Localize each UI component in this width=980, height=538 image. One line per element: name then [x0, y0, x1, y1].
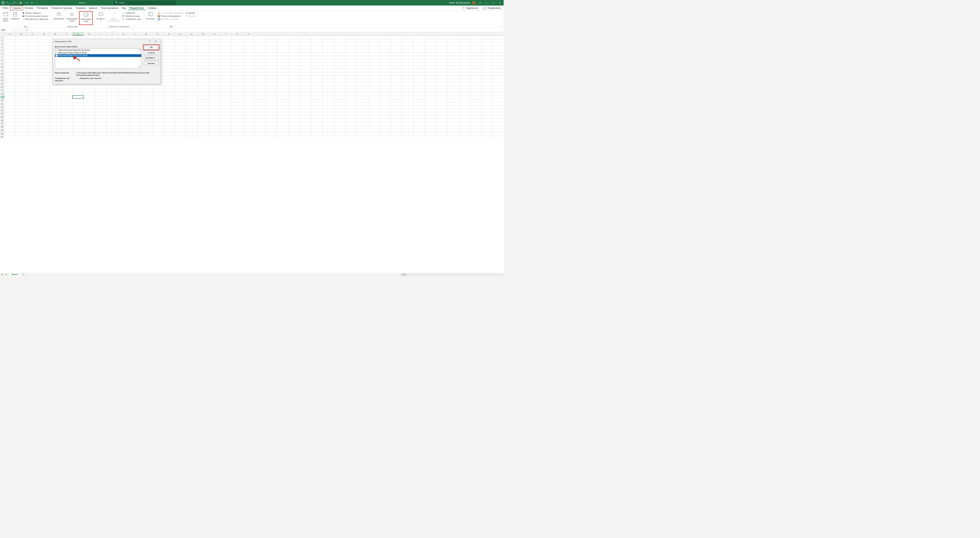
column-header[interactable]: I [95, 32, 107, 36]
column-header[interactable]: T [220, 32, 231, 36]
fx-icon[interactable]: fx [25, 29, 29, 31]
row-header[interactable]: 2 [0, 39, 4, 43]
row-header[interactable]: 20 [0, 98, 4, 102]
row-header[interactable]: 12 [0, 72, 4, 76]
scroll-up-icon[interactable]: ▲ [138, 49, 141, 51]
spreadsheet-grid[interactable]: ABCDEFGHIJKLMNOPQRSTUV 12345678910111213… [0, 32, 504, 272]
maximize-icon[interactable]: ▢ [491, 1, 495, 5]
selected-cell[interactable] [72, 95, 83, 98]
tab-insert[interactable]: Вставка [23, 6, 35, 10]
tab-formulas[interactable]: Формулы [74, 6, 87, 10]
tab-file[interactable]: Файл [1, 6, 10, 10]
close-icon[interactable]: ✕ [498, 1, 502, 5]
macro-security-button[interactable]: ▲Безопасность макросов [22, 17, 49, 20]
document-dropdown-icon[interactable]: ▾ [85, 2, 86, 4]
addins-listbox[interactable]: ▲ ▼ Microsoft Data Streamer for ExcelMic… [55, 48, 142, 69]
row-header[interactable]: 21 [0, 102, 4, 105]
row-header[interactable]: 31 [0, 135, 4, 139]
tab-home[interactable]: Главная [10, 5, 23, 10]
tab-developer[interactable]: Разработчик [127, 6, 145, 10]
search-box[interactable]: 🔍 Поиск [114, 1, 176, 5]
column-header[interactable]: L [129, 32, 140, 36]
column-header[interactable]: B [16, 32, 27, 36]
xml-map-props-button[interactable]: 📋Сопоставить свойства [157, 11, 183, 14]
qat-icon-1[interactable]: ▦ [19, 2, 22, 5]
row-header[interactable]: 9 [0, 62, 4, 66]
row-header[interactable]: 4 [0, 46, 4, 49]
user-name[interactable]: Ренат Шагабутдинов [450, 2, 469, 4]
document-title[interactable]: Отчет [79, 2, 84, 4]
addin-item[interactable]: ✓Microsoft Power Pivot for Excel [55, 54, 141, 57]
column-header[interactable]: Q [186, 32, 197, 36]
com-addins-button[interactable]: Надстройки COM [79, 11, 92, 25]
xml-export-button[interactable]: ⬆Экспорт [185, 14, 196, 17]
sheet-tab[interactable]: Sheet1 [9, 273, 21, 276]
checkbox[interactable]: ✓ [56, 54, 57, 56]
row-header[interactable]: 11 [0, 69, 4, 72]
row-header[interactable]: 28 [0, 125, 4, 129]
tab-draw[interactable]: Рисование [35, 6, 50, 10]
row-header[interactable]: 8 [0, 59, 4, 62]
row-header[interactable]: 22 [0, 105, 4, 109]
row-header[interactable]: 13 [0, 76, 4, 79]
row-header[interactable]: 14 [0, 79, 4, 82]
relative-refs-button[interactable]: ▦Относительные ссылки [22, 14, 49, 17]
column-header[interactable]: O [163, 32, 175, 36]
xml-expansion-button[interactable]: 📦Пакеты расширения [157, 14, 183, 17]
addins-button[interactable]: Надстройки [52, 11, 65, 25]
column-header[interactable]: R [197, 32, 208, 36]
row-header[interactable]: 1 [0, 36, 4, 39]
tab-view[interactable]: Вид [120, 6, 127, 10]
ok-button[interactable]: OK [144, 45, 159, 49]
column-header[interactable]: G [73, 32, 84, 36]
horizontal-scrollbar[interactable] [401, 273, 503, 275]
sheet-nav-prev-icon[interactable]: ◀ [0, 273, 5, 275]
row-header[interactable]: 5 [0, 49, 4, 52]
xml-source-button[interactable]: Источник [145, 11, 156, 25]
column-header[interactable]: P [175, 32, 186, 36]
properties-button[interactable]: 📄Свойства [122, 11, 142, 14]
row-header[interactable]: 29 [0, 129, 4, 132]
xml-import-button[interactable]: ⬇Импорт [185, 11, 196, 14]
row-header[interactable]: 17 [0, 89, 4, 92]
sheet-nav-next-icon[interactable]: ▶ [5, 273, 9, 275]
column-header[interactable]: K [118, 32, 129, 36]
row-header[interactable]: 18 [0, 92, 4, 95]
tab-help[interactable]: Справка [146, 6, 158, 10]
enter-formula-icon[interactable]: ✓ [22, 29, 24, 31]
addin-item[interactable]: Microsoft Power Map for Excel [55, 51, 141, 54]
user-avatar[interactable] [472, 1, 476, 5]
dialog-close-icon[interactable]: ✕ [153, 40, 159, 43]
tab-data[interactable]: Данные [88, 6, 99, 10]
collapse-ribbon-icon[interactable]: ︿ [500, 24, 502, 27]
formula-input[interactable] [29, 29, 504, 31]
undo-icon[interactable] [6, 2, 9, 5]
cancel-button[interactable]: Отмена [144, 51, 159, 55]
undo-dropdown-icon[interactable]: ▾ [11, 2, 11, 4]
row-header[interactable]: 26 [0, 119, 4, 122]
column-header[interactable]: F [61, 32, 72, 36]
insert-control-button[interactable]: Вставить ▾ [95, 11, 106, 25]
row-header[interactable]: 16 [0, 86, 4, 89]
row-header[interactable]: 24 [0, 112, 4, 115]
column-header[interactable]: A [4, 32, 15, 36]
macros-button[interactable]: Макросы [11, 11, 21, 25]
name-box[interactable]: G19 ▾ [0, 29, 17, 32]
design-mode-button[interactable]: Режим конструктора [107, 11, 121, 25]
save-icon[interactable] [2, 2, 5, 5]
cancel-formula-icon[interactable]: ✕ [18, 29, 20, 31]
share-button[interactable]: ⇧Поделиться [461, 6, 480, 10]
remove-button[interactable]: Удалить [144, 61, 159, 65]
column-header[interactable]: S [209, 32, 220, 36]
excel-addins-button[interactable]: Надстройки Excel [66, 11, 78, 25]
tab-layout[interactable]: Разметка страницы [50, 6, 74, 10]
view-code-button[interactable]: 🗎Просмотр кода [122, 14, 142, 17]
column-header[interactable]: E [50, 32, 61, 36]
row-header[interactable]: 15 [0, 82, 4, 86]
qat-dropdown-1[interactable]: ▾ [24, 2, 24, 4]
checkbox[interactable] [56, 52, 57, 54]
minimize-icon[interactable]: — [485, 1, 489, 5]
qat-customize-icon[interactable]: ▾ [36, 2, 37, 4]
redo-dropdown-icon[interactable]: ▾ [17, 2, 18, 4]
addin-item[interactable]: Microsoft Data Streamer for Excel [55, 49, 141, 51]
